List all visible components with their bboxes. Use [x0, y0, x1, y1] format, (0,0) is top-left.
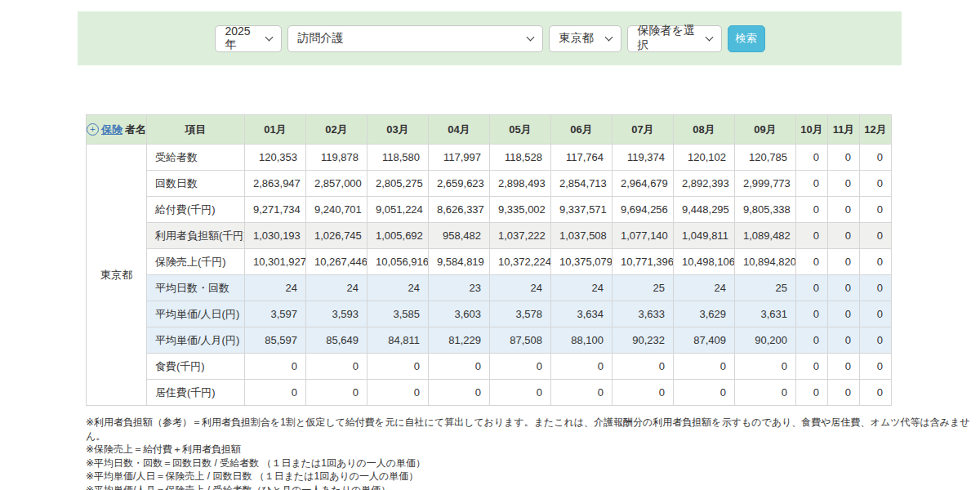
- month-header-5: 05月: [490, 115, 551, 145]
- value-cell: 119,374: [612, 145, 674, 171]
- value-cell: 24: [674, 275, 735, 301]
- note-line: ※平均単価/人日＝保険売上 / 回数日数 （１日または1回ありの一人の単価）: [86, 470, 980, 483]
- value-cell: 2,892,393: [674, 171, 735, 197]
- row-label: 平均単価/人日(円): [147, 301, 245, 327]
- row-label: 受給者数: [147, 145, 245, 171]
- value-cell: 0: [796, 327, 828, 354]
- value-cell: 0: [245, 380, 306, 406]
- value-cell: 10,267,446: [306, 249, 368, 275]
- value-cell: 0: [828, 223, 860, 249]
- value-cell: 0: [490, 380, 551, 406]
- value-cell: 25: [612, 275, 674, 301]
- value-cell: 90,200: [735, 327, 796, 354]
- row-label: 利用者負担額(千円): [147, 223, 245, 249]
- value-cell: 85,597: [245, 327, 306, 354]
- value-cell: 120,785: [735, 145, 796, 171]
- month-header-2: 02月: [306, 115, 368, 145]
- value-cell: 0: [490, 354, 551, 380]
- month-header-9: 09月: [735, 115, 796, 145]
- value-cell: 2,805,275: [368, 171, 429, 197]
- value-cell: 24: [368, 275, 429, 301]
- footnotes: ※利用者負担額（参考）＝利用者負担割合を1割と仮定して給付費を元に自社にて算出し…: [86, 416, 980, 490]
- month-header-11: 11月: [828, 115, 860, 145]
- month-header-8: 08月: [674, 115, 735, 145]
- value-cell: 10,771,396: [612, 249, 674, 275]
- month-header-12: 12月: [860, 115, 892, 145]
- table-row: 食費(千円)000000000000: [87, 354, 892, 380]
- month-header-4: 04月: [429, 115, 490, 145]
- row-label: 給付費(千円): [147, 197, 245, 223]
- year-select[interactable]: 2025年: [215, 25, 282, 52]
- prefecture-select-value: 東京都: [559, 31, 594, 46]
- row-label: 保険売上(千円): [147, 249, 245, 275]
- value-cell: 24: [551, 275, 612, 301]
- value-cell: 0: [306, 354, 368, 380]
- month-header-10: 10月: [796, 115, 828, 145]
- value-cell: 0: [860, 249, 892, 275]
- table-header-row: +保険者名 項目 01月02月03月04月05月06月07月08月09月10月1…: [87, 115, 892, 145]
- value-cell: 87,409: [674, 327, 735, 354]
- insurer-select-value: 保険者を選択: [638, 24, 699, 53]
- prefecture-select[interactable]: 東京都: [549, 25, 621, 52]
- value-cell: 120,353: [245, 145, 306, 171]
- value-cell: 0: [796, 145, 828, 171]
- value-cell: 117,764: [551, 145, 612, 171]
- value-cell: 0: [860, 354, 892, 380]
- search-button[interactable]: 検索: [728, 25, 765, 52]
- note-line: ※保険売上＝給付費＋利用者負担額: [86, 443, 980, 457]
- value-cell: 2,863,947: [245, 171, 306, 197]
- insurer-name-header: +保険者名: [87, 115, 147, 145]
- insurer-name-cell: 東京都: [87, 145, 147, 406]
- value-cell: 0: [551, 380, 612, 406]
- value-cell: 0: [860, 197, 892, 223]
- value-cell: 9,051,224: [368, 197, 429, 223]
- data-table: +保険者名 項目 01月02月03月04月05月06月07月08月09月10月1…: [86, 114, 892, 406]
- value-cell: 0: [551, 354, 612, 380]
- note-line: ※平均単価/人月＝保険売上 / 受給者数（ひと月の一人あたりの単価）: [86, 483, 980, 490]
- service-select[interactable]: 訪問介護: [287, 25, 543, 52]
- table-row: 居住費(千円)000000000000: [87, 380, 892, 406]
- value-cell: 0: [828, 171, 860, 197]
- value-cell: 1,037,508: [551, 223, 612, 249]
- month-header-7: 07月: [612, 115, 674, 145]
- value-cell: 1,049,811: [674, 223, 735, 249]
- value-cell: 10,372,224: [490, 249, 551, 275]
- value-cell: 8,626,337: [429, 197, 490, 223]
- value-cell: 0: [828, 275, 860, 301]
- value-cell: 0: [796, 275, 828, 301]
- value-cell: 0: [860, 275, 892, 301]
- month-header-3: 03月: [368, 115, 429, 145]
- value-cell: 0: [368, 354, 429, 380]
- table-row: 保険売上(千円)10,301,92710,267,44610,056,9169,…: [87, 249, 892, 275]
- table-row: 平均単価/人月(円)85,59785,64984,81181,22987,508…: [87, 327, 892, 354]
- value-cell: 10,301,927: [245, 249, 306, 275]
- value-cell: 0: [828, 145, 860, 171]
- value-cell: 25: [735, 275, 796, 301]
- expand-plus-icon[interactable]: +: [87, 123, 99, 136]
- value-cell: 0: [612, 380, 674, 406]
- value-cell: 9,271,734: [245, 197, 306, 223]
- value-cell: 3,585: [368, 301, 429, 327]
- value-cell: 0: [735, 354, 796, 380]
- value-cell: 3,597: [245, 301, 306, 327]
- value-cell: 3,629: [674, 301, 735, 327]
- value-cell: 1,005,692: [368, 223, 429, 249]
- row-label: 回数日数: [147, 171, 245, 197]
- value-cell: 120,102: [674, 145, 735, 171]
- value-cell: 0: [796, 301, 828, 327]
- value-cell: 0: [429, 380, 490, 406]
- value-cell: 3,578: [490, 301, 551, 327]
- value-cell: 0: [612, 354, 674, 380]
- value-cell: 2,659,623: [429, 171, 490, 197]
- value-cell: 2,857,000: [306, 171, 368, 197]
- insurer-link[interactable]: 保険: [101, 122, 122, 137]
- value-cell: 0: [735, 380, 796, 406]
- insurer-select[interactable]: 保険者を選択: [627, 25, 722, 52]
- month-header-6: 06月: [551, 115, 612, 145]
- row-label: 平均単価/人月(円): [147, 327, 245, 354]
- value-cell: 3,634: [551, 301, 612, 327]
- value-cell: 10,056,916: [368, 249, 429, 275]
- value-cell: 2,999,773: [735, 171, 796, 197]
- value-cell: 2,898,493: [490, 171, 551, 197]
- month-header-1: 01月: [245, 115, 306, 145]
